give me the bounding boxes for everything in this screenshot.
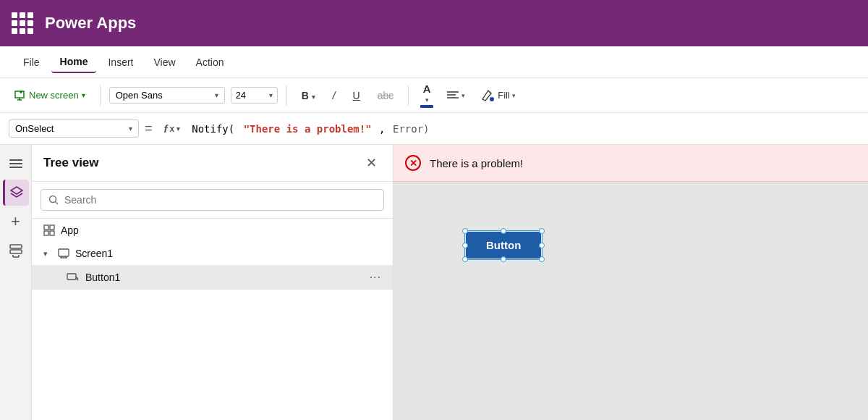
menu-file[interactable]: File <box>14 52 48 72</box>
svg-rect-25 <box>67 274 76 280</box>
font-color-button[interactable]: A ▾ <box>417 81 436 109</box>
search-input[interactable] <box>64 194 376 206</box>
tree-view-panel: Tree view ✕ App ▾ <box>32 145 393 420</box>
font-name-value: Open Sans <box>116 90 163 101</box>
handle-middle-left[interactable] <box>462 243 468 248</box>
screen-icon <box>58 248 69 259</box>
fx-chevron: ▾ <box>176 125 180 133</box>
svg-marker-9 <box>11 187 22 194</box>
panel-title: Tree view <box>43 156 99 170</box>
svg-rect-18 <box>50 225 54 230</box>
new-screen-icon <box>14 90 26 101</box>
formula-bar: OnSelect ▾ = fx ▾ Notify( "There is a pr… <box>0 113 868 145</box>
fill-icon <box>480 88 495 104</box>
hamburger-line-3 <box>9 167 22 168</box>
italic-button[interactable]: / <box>327 87 341 104</box>
tree-item-button1[interactable]: Button1 ··· <box>32 265 393 290</box>
app-icon <box>43 224 55 236</box>
toolbar: New screen ▾ Open Sans ▾ 24 ▾ B ▾ / U ab… <box>0 78 868 113</box>
panel-search <box>32 182 393 219</box>
canvas-button[interactable]: Button <box>466 232 541 259</box>
layers-icon <box>9 185 24 200</box>
panel-header: Tree view ✕ <box>32 145 393 182</box>
toolbar-separator-2 <box>286 85 287 106</box>
font-size-select[interactable]: 24 ▾ <box>231 87 278 104</box>
menu-view[interactable]: View <box>145 52 184 72</box>
add-button[interactable]: + <box>3 209 29 235</box>
data-icon <box>9 243 23 258</box>
main-area: + Tree view ✕ <box>0 145 868 420</box>
bold-chevron[interactable]: ▾ <box>312 93 315 101</box>
menu-bar: File Home Insert View Action <box>0 46 868 78</box>
font-family-select[interactable]: Open Sans ▾ <box>109 87 225 104</box>
font-color-a: A <box>423 83 431 95</box>
property-value: OnSelect <box>15 123 54 134</box>
handle-top-left[interactable] <box>462 228 468 234</box>
font-color-bar <box>420 105 433 108</box>
property-chevron: ▾ <box>129 125 132 133</box>
error-circle-icon: ✕ <box>405 155 421 171</box>
data-icon-button[interactable] <box>3 238 29 264</box>
font-color-chevron: ▾ <box>425 96 429 104</box>
svg-rect-10 <box>10 245 22 248</box>
new-screen-label: New screen <box>29 90 79 101</box>
formula-display[interactable]: Notify( "There is a problem!" , Error) <box>192 123 859 135</box>
tree-item-app[interactable]: App <box>32 219 393 242</box>
button1-label: Button1 <box>85 272 120 283</box>
button-selection-container: Button <box>466 232 541 259</box>
strikethrough-button[interactable]: abc <box>372 87 400 104</box>
handle-bottom-center[interactable] <box>501 256 506 262</box>
fx-button[interactable]: fx ▾ <box>158 119 187 138</box>
search-box <box>41 189 384 211</box>
svg-rect-21 <box>59 249 69 256</box>
notification-text: There is a problem! <box>430 157 523 169</box>
app-title: Power Apps <box>45 14 136 33</box>
hamburger-line-1 <box>9 159 22 161</box>
fill-label: Fill <box>498 90 510 101</box>
fill-button[interactable]: Fill ▾ <box>475 85 520 106</box>
align-icon <box>446 91 459 101</box>
layers-icon-button[interactable] <box>3 180 29 206</box>
menu-insert[interactable]: Insert <box>99 52 142 72</box>
search-icon <box>48 195 59 205</box>
fill-chevron: ▾ <box>512 92 516 99</box>
hamburger-menu-button[interactable] <box>3 151 29 177</box>
menu-action[interactable]: Action <box>187 52 233 72</box>
app-label: App <box>61 224 79 236</box>
handle-bottom-right[interactable] <box>539 256 545 262</box>
svg-point-15 <box>50 196 56 203</box>
svg-rect-20 <box>50 231 54 235</box>
handle-bottom-left[interactable] <box>462 256 468 262</box>
alignment-button[interactable]: ▾ <box>442 88 469 104</box>
menu-home[interactable]: Home <box>51 51 97 73</box>
svg-rect-19 <box>44 231 48 235</box>
tree-item-screen1[interactable]: ▾ Screen1 <box>32 242 393 265</box>
formula-param: Error) <box>393 123 430 135</box>
font-chevron-icon: ▾ <box>215 91 218 99</box>
bold-button[interactable]: B ▾ <box>296 87 321 104</box>
handle-middle-right[interactable] <box>539 243 545 248</box>
svg-rect-17 <box>44 225 48 230</box>
new-screen-chevron[interactable]: ▾ <box>82 91 85 99</box>
screen1-label: Screen1 <box>75 248 113 259</box>
svg-rect-11 <box>10 250 22 253</box>
svg-line-16 <box>56 202 59 205</box>
app-grid-icon[interactable] <box>12 12 33 34</box>
property-select[interactable]: OnSelect ▾ <box>9 119 139 138</box>
icon-rail: + <box>0 145 32 420</box>
formula-keyword: Notify( <box>192 123 234 135</box>
font-size-value: 24 <box>236 90 246 101</box>
handle-top-center[interactable] <box>501 228 506 234</box>
button1-ellipsis[interactable]: ··· <box>370 271 381 284</box>
canvas-button-wrapper: Button <box>466 232 541 259</box>
panel-close-button[interactable]: ✕ <box>362 154 381 172</box>
handle-top-right[interactable] <box>539 228 545 234</box>
notification-banner: ✕ There is a problem! <box>393 145 868 182</box>
screen1-chevron[interactable]: ▾ <box>43 249 52 259</box>
svg-point-8 <box>490 97 494 101</box>
canvas-area: ✕ There is a problem! Button <box>393 145 868 420</box>
button1-icon <box>67 271 80 284</box>
toolbar-separator-1 <box>100 85 101 106</box>
underline-button[interactable]: U <box>347 87 366 104</box>
new-screen-button[interactable]: New screen ▾ <box>9 87 91 104</box>
